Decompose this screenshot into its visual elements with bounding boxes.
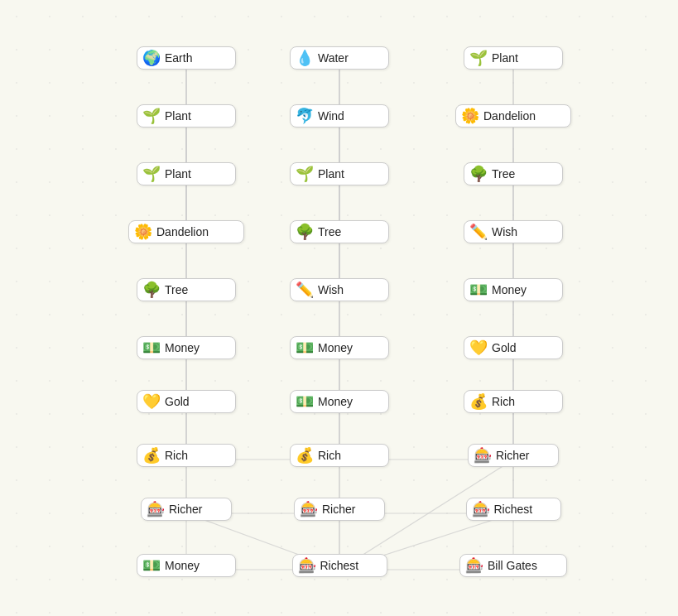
node-icon-rich2: 💰 — [142, 448, 161, 463]
node-label-money2: Money — [165, 341, 200, 354]
node-label-gold2: Gold — [165, 395, 190, 408]
node-icon-money3: 💵 — [296, 340, 314, 355]
node-dandelion1[interactable]: 🌼Dandelion — [455, 104, 571, 128]
node-label-rich3: Rich — [318, 449, 341, 462]
node-tree3[interactable]: 🌳Tree — [137, 278, 236, 301]
node-label-richest2: Richest — [320, 559, 359, 572]
node-label-water: Water — [318, 51, 349, 65]
node-money4[interactable]: 💵Money — [290, 390, 389, 413]
node-money3[interactable]: 💵Money — [290, 336, 389, 359]
node-rich2[interactable]: 💰Rich — [137, 444, 236, 467]
node-label-plant2: Plant — [165, 109, 191, 123]
node-icon-richer3: 🎰 — [300, 502, 318, 517]
node-icon-gold2: 💛 — [142, 394, 161, 409]
node-rich1[interactable]: 💰Rich — [464, 390, 563, 413]
node-label-tree1: Tree — [492, 167, 515, 180]
node-label-tree2: Tree — [318, 225, 341, 238]
node-icon-billgates: 🎰 — [465, 558, 483, 573]
node-label-gold1: Gold — [492, 341, 517, 354]
node-money1[interactable]: 💵Money — [464, 278, 563, 301]
node-label-dandelion2: Dandelion — [156, 225, 209, 238]
node-gold2[interactable]: 💛Gold — [137, 390, 236, 413]
node-icon-wind: 🐬 — [296, 108, 314, 123]
node-gold1[interactable]: 💛Gold — [464, 336, 563, 359]
node-icon-richer2: 🎰 — [147, 502, 165, 517]
node-icon-money2: 💵 — [142, 340, 161, 355]
node-plant2[interactable]: 🌱Plant — [137, 104, 236, 128]
node-billgates[interactable]: 🎰Bill Gates — [459, 554, 567, 577]
node-money5[interactable]: 💵Money — [137, 554, 236, 577]
node-label-richer3: Richer — [322, 503, 355, 516]
node-label-money1: Money — [492, 283, 527, 296]
node-rich3[interactable]: 💰Rich — [290, 444, 389, 467]
node-plant4[interactable]: 🌱Plant — [290, 162, 389, 185]
node-icon-wish2: ✏️ — [296, 282, 314, 297]
node-label-wish1: Wish — [492, 225, 517, 238]
node-wish1[interactable]: ✏️Wish — [464, 220, 563, 243]
node-money2[interactable]: 💵Money — [137, 336, 236, 359]
node-icon-money5: 💵 — [142, 558, 161, 573]
node-dandelion2[interactable]: 🌼Dandelion — [128, 220, 244, 243]
node-label-money4: Money — [318, 395, 353, 408]
node-label-rich1: Rich — [492, 395, 515, 408]
node-water[interactable]: 💧Water — [290, 46, 389, 70]
node-richer1[interactable]: 🎰Richer — [468, 444, 559, 467]
node-label-earth: Earth — [165, 51, 192, 65]
node-richer2[interactable]: 🎰Richer — [141, 498, 232, 521]
node-icon-plant1: 🌱 — [469, 51, 488, 65]
node-wish2[interactable]: ✏️Wish — [290, 278, 389, 301]
node-icon-plant4: 🌱 — [296, 166, 314, 181]
node-label-tree3: Tree — [165, 283, 188, 296]
node-icon-money4: 💵 — [296, 394, 314, 409]
node-icon-tree1: 🌳 — [469, 166, 488, 181]
node-plant1[interactable]: 🌱Plant — [464, 46, 563, 70]
node-icon-dandelion1: 🌼 — [461, 108, 479, 123]
node-icon-wish1: ✏️ — [469, 224, 488, 239]
node-label-wish2: Wish — [318, 283, 344, 296]
node-label-billgates: Bill Gates — [488, 559, 537, 572]
node-label-richer1: Richer — [496, 449, 529, 462]
node-icon-plant3: 🌱 — [142, 166, 161, 181]
node-icon-rich3: 💰 — [296, 448, 314, 463]
node-richest2[interactable]: 🎰Richest — [292, 554, 387, 577]
node-label-money3: Money — [318, 341, 353, 354]
node-icon-tree2: 🌳 — [296, 224, 314, 239]
node-icon-plant2: 🌱 — [142, 108, 161, 123]
node-icon-water: 💧 — [296, 51, 314, 65]
node-label-richer2: Richer — [169, 503, 202, 516]
node-plant3[interactable]: 🌱Plant — [137, 162, 236, 185]
node-tree1[interactable]: 🌳Tree — [464, 162, 563, 185]
node-icon-rich1: 💰 — [469, 394, 488, 409]
node-label-rich2: Rich — [165, 449, 188, 462]
node-icon-earth: 🌍 — [142, 51, 161, 65]
node-wind[interactable]: 🐬Wind — [290, 104, 389, 128]
node-label-dandelion1: Dandelion — [483, 109, 536, 123]
node-icon-richest2: 🎰 — [298, 558, 316, 573]
node-icon-richest1: 🎰 — [472, 502, 490, 517]
background-dots — [0, 0, 678, 616]
node-icon-tree3: 🌳 — [142, 282, 161, 297]
node-earth[interactable]: 🌍Earth — [137, 46, 236, 70]
node-label-plant3: Plant — [165, 167, 191, 180]
node-richest1[interactable]: 🎰Richest — [466, 498, 561, 521]
node-richer3[interactable]: 🎰Richer — [294, 498, 385, 521]
node-tree2[interactable]: 🌳Tree — [290, 220, 389, 243]
node-label-richest1: Richest — [494, 503, 533, 516]
node-label-plant1: Plant — [492, 51, 518, 65]
node-icon-richer1: 🎰 — [474, 448, 492, 463]
node-icon-gold1: 💛 — [469, 340, 488, 355]
node-label-wind: Wind — [318, 109, 344, 123]
node-icon-dandelion2: 🌼 — [134, 224, 152, 239]
node-label-money5: Money — [165, 559, 200, 572]
node-label-plant4: Plant — [318, 167, 344, 180]
node-icon-money1: 💵 — [469, 282, 488, 297]
